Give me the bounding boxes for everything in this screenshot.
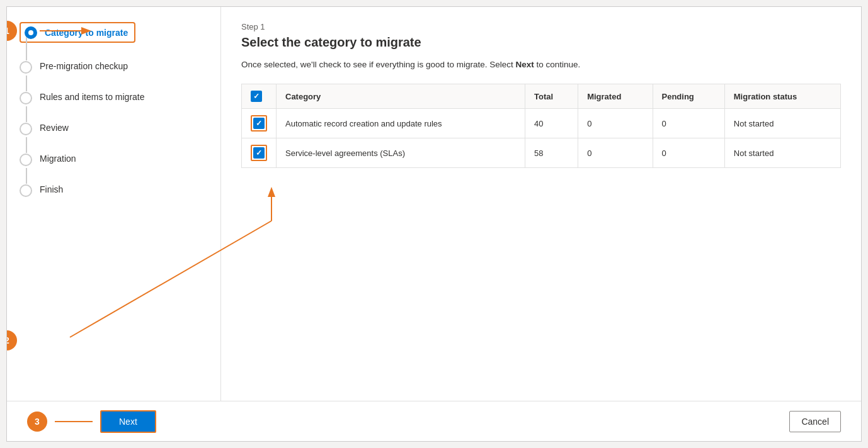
row-checkbox-1[interactable]: [253, 147, 265, 159]
step-circle-4: [20, 123, 32, 135]
row-category-1: Service-level agreements (SLAs): [277, 138, 525, 168]
row-pending-0: 0: [653, 109, 724, 138]
active-step-box: Category to migrate: [20, 22, 135, 43]
step-circle-6: [20, 184, 32, 197]
right-panel: Step 1 Select the category to migrate On…: [221, 7, 861, 401]
step-description: Once selected, we'll check to see if eve…: [241, 59, 841, 71]
col-header-pending: Pending: [653, 84, 724, 109]
description-plain: Once selected, we'll check to see if eve…: [241, 60, 516, 69]
table-row: Service-level agreements (SLAs)5800Not s…: [242, 138, 841, 168]
checkbox-annotation-box-0: [251, 115, 267, 132]
sidebar-item-finish[interactable]: Finish: [20, 184, 208, 197]
footer: 3 Next Cancel: [7, 401, 861, 441]
sidebar-step-1-label: Category to migrate: [45, 27, 128, 38]
row-checkbox-cell-1[interactable]: [242, 138, 277, 168]
sidebar-step-2-label: Pre-migration checkup: [40, 60, 128, 71]
col-header-category: Category: [277, 84, 525, 109]
col-header-status: Migration status: [724, 84, 840, 109]
sidebar-step-5-label: Migration: [40, 153, 76, 164]
arrow-line-3: [55, 421, 93, 422]
annotation-badge-1: 1: [7, 21, 17, 41]
step-number: Step 1: [241, 22, 841, 31]
sidebar-step-4-label: Review: [40, 122, 69, 133]
checkbox-annotation-box-1: [251, 145, 267, 161]
sidebar-step-3-label: Rules and items to migrate: [40, 91, 145, 102]
row-checkbox-0[interactable]: [253, 118, 265, 129]
category-table: Category Total Migrated Pending Migratio…: [241, 84, 841, 168]
step-circle-5: [20, 154, 32, 166]
sidebar: 1 Category to migrate Pre-migration chec…: [7, 7, 221, 401]
sidebar-item-migration[interactable]: Migration: [20, 153, 208, 184]
step-circle-2: [20, 61, 32, 74]
col-header-migrated: Migrated: [578, 84, 653, 109]
row-pending-1: 0: [653, 138, 724, 168]
row-category-0: Automatic record creation and update rul…: [277, 109, 525, 138]
row-migrated-1: 0: [578, 138, 653, 168]
sidebar-item-review[interactable]: Review: [20, 122, 208, 153]
next-button[interactable]: Next: [100, 410, 156, 433]
col-header-total: Total: [525, 84, 578, 109]
row-total-1: 58: [525, 138, 578, 168]
row-checkbox-cell-0[interactable]: [242, 109, 277, 138]
description-end: to continue.: [534, 60, 581, 69]
annotation-badge-2: 2: [7, 330, 17, 350]
row-migrated-0: 0: [578, 109, 653, 138]
cancel-button[interactable]: Cancel: [789, 411, 841, 432]
sidebar-item-category[interactable]: Category to migrate: [20, 22, 208, 60]
sidebar-step-6-label: Finish: [40, 184, 63, 194]
row-status-0: Not started: [724, 109, 840, 138]
step-circle-3: [20, 92, 32, 104]
description-bold: Next: [516, 60, 534, 69]
table-row: Automatic record creation and update rul…: [242, 109, 841, 138]
step-title: Select the category to migrate: [241, 35, 841, 50]
row-total-0: 40: [525, 109, 578, 138]
table-header-checkbox[interactable]: [242, 84, 277, 109]
select-all-checkbox[interactable]: [251, 91, 262, 102]
sidebar-item-rules[interactable]: Rules and items to migrate: [20, 91, 208, 122]
annotation-badge-3: 3: [27, 412, 47, 432]
row-status-1: Not started: [724, 138, 840, 168]
sidebar-item-premigration[interactable]: Pre-migration checkup: [20, 60, 208, 91]
